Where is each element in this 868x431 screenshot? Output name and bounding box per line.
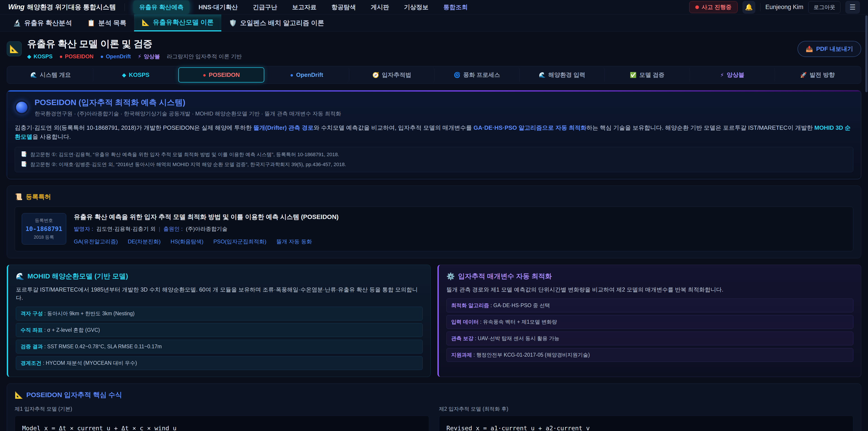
patent-year: 2018 등록 [26, 234, 62, 240]
spec-value: σ + Z-level 혼합 (GVC) [47, 327, 100, 333]
para-text: 김충기·김도연 외(등록특허 10-1868791, 2018)가 개발한 PO… [15, 124, 253, 131]
tag-pso: PSO(입자군집최적화) [213, 238, 267, 245]
tab-ensemble[interactable]: ⚡ 앙상블 [690, 67, 775, 83]
tab-label: 입자추적법 [382, 71, 411, 79]
formula-model1-code: Model_x = Δt × current_u + Δt × c × wind… [15, 415, 429, 431]
spec-value: 행정안전부 KCG-01-2017-05 (해양경비지원기술) [476, 352, 590, 358]
patent-section-header: 📜 등록특허 [15, 192, 853, 201]
spec-row-funding: 지원과제 : 행정안전부 KCG-01-2017-05 (해양경비지원기술) [446, 348, 853, 362]
app-logo[interactable]: Wing 해양환경 위기대응 통합시스템 [8, 3, 116, 12]
spec-sep: : [472, 352, 476, 358]
hamburger-menu-button[interactable]: ☰ [845, 1, 860, 13]
poseidon-subtitle: 한국환경연구원 · (주)아라종합기술 · 한국해양기상기술 공동개발 · MO… [35, 110, 341, 117]
spec-label: 지원과제 [451, 352, 472, 358]
brand-mark: Wing [8, 3, 24, 11]
badge-label: POSEIDON [65, 53, 94, 60]
cyclone-icon: 🌀 [454, 72, 460, 78]
poseidon-description: 김충기·김도연 외(등록특허 10-1868791, 2018)가 개발한 PO… [15, 123, 853, 142]
code-line: Revised_x = a1·current_u + a2·current_v [446, 422, 846, 431]
sub-tab-bar: 🔬 유출유 확산분석 📋 분석 목록 📐 유출유확산모델 이론 🛡️ 오일펜스 … [0, 14, 868, 32]
spec-value: SST RMSE 0.42~0.78°C, SLA RMSE 0.11~0.17… [47, 343, 162, 349]
user-name: Eunjeong Kim [765, 4, 803, 11]
model-cards-row: 🌊 MOHID 해양순환모델 (기반 모델) 포르투갈 IST/MARETEC에… [7, 265, 861, 377]
tab-particle-tracking[interactable]: 🧭 입자추적법 [349, 67, 434, 83]
patent-title: 유출유 확산 예측을 위한 입자 추적 모델 최적화 방법 및 이를 이용한 예… [74, 213, 846, 221]
clipboard-icon: 📋 [87, 19, 95, 27]
spec-value: HYCOM 재분석 (MYOCEAN 대비 우수) [46, 360, 137, 366]
badge-ensemble: ⚡ 앙상블 [138, 53, 160, 60]
nav-item-reports[interactable]: 보고자료 [286, 0, 322, 14]
spec-value: GA·DE·HS·PSO 중 선택 [493, 302, 550, 308]
subtab-spill-analysis[interactable]: 🔬 유출유 확산분석 [5, 14, 80, 31]
para-text: 하는 핵심 기술을 보유합니다. 해양순환 기반 모델은 포르투갈 IST/MA… [586, 124, 814, 131]
subtab-oil-fence-theory[interactable]: 🛡️ 오일펜스 배치 알고리즘 이론 [221, 14, 332, 31]
meta-separator: | [159, 226, 160, 232]
mohid-card-title: MOHID 해양순환모델 (기반 모델) [27, 272, 128, 281]
triangle-ruler-icon: 📐 [15, 391, 23, 399]
spec-label: 격자 구성 [21, 311, 43, 316]
badge-label: KOSPS [33, 53, 53, 60]
mohid-card-header: 🌊 MOHID 해양순환모델 (기반 모델) [16, 272, 423, 281]
patent-card: 등록번호 10-1868791 2018 등록 유출유 확산 예측을 위한 입자… [15, 207, 853, 251]
nav-item-hns-diffusion[interactable]: HNS·대기확산 [193, 0, 244, 14]
nav-item-integrated-search[interactable]: 통합조회 [437, 0, 473, 14]
para-highlight-drifter: 뜰개(Drifter) 관측 경로 [253, 124, 313, 131]
tab-system-overview[interactable]: 🌊 시스템 개요 [8, 67, 93, 83]
tab-label: 시스템 개요 [40, 71, 71, 79]
applicant-label: 출원인 : [163, 225, 183, 233]
badge-label: 앙상블 [144, 53, 160, 60]
patent-number-label: 등록번호 [26, 217, 62, 223]
notification-button[interactable]: 🔔 [743, 1, 755, 13]
tag-de: DE(차분진화) [128, 238, 160, 245]
spec-value: 동아시아 9km + 한반도 3km (Nesting) [47, 311, 135, 316]
spec-sep: : [473, 335, 477, 341]
compass-icon: 🧭 [372, 72, 379, 78]
tab-model-validation[interactable]: ✅ 모델 검증 [604, 67, 690, 83]
tab-future-direction[interactable]: 🚀 발전 방향 [775, 67, 860, 83]
pdf-export-button[interactable]: 📤 PDF 내보내기 [798, 41, 861, 57]
nav-item-board[interactable]: 게시판 [365, 0, 395, 14]
spec-label: 최적화 알고리즘 [451, 302, 489, 308]
poseidon-overview-card: POSEIDON (입자추적 최적화 예측 시스템) 한국환경연구원 · (주)… [7, 90, 861, 179]
nav-item-aerial-search[interactable]: 항공탐색 [326, 0, 362, 14]
nav-item-emergency-rescue[interactable]: 긴급구난 [247, 0, 283, 14]
nav-item-weather-info[interactable]: 기상정보 [398, 0, 434, 14]
spec-label: 관측 보강 [451, 335, 473, 341]
logout-button[interactable]: 로그아웃 [808, 1, 840, 13]
tab-label: 해양환경 입력 [548, 71, 585, 79]
tab-ocean-input[interactable]: 🌊 해양환경 입력 [520, 67, 605, 83]
pdf-export-label: PDF 내보내기 [816, 45, 853, 53]
reference-text: 참고문헌 ②: 이재호·임병준·김도연 외, “2016년 동아시아 해역의 M… [30, 161, 346, 168]
lightning-icon: ⚡ [138, 53, 142, 60]
tab-label: 풍화 프로세스 [463, 71, 500, 79]
applicant-value: (주)아라종합기술 [186, 225, 227, 233]
optimization-card-description: 뜰개 관측 경로와 제1 모델 예측값의 단위시간별 변화량을 비교하여 제2 … [446, 285, 853, 294]
wave-icon: 🌊 [539, 72, 546, 78]
tab-kosps[interactable]: ◆ KOSPS [93, 67, 179, 83]
dot-icon: ● [59, 53, 63, 60]
poseidon-title: POSEIDON (입자추적 최적화 예측 시스템) [35, 97, 341, 108]
patent-section: 📜 등록특허 등록번호 10-1868791 2018 등록 유출유 확산 예측… [7, 186, 861, 258]
subtab-analysis-list[interactable]: 📋 분석 목록 [80, 14, 134, 31]
section-tab-bar: 🌊 시스템 개요 ◆ KOSPS ● POSEIDON ● OpenDrift … [7, 66, 861, 84]
badge-poseidon: ● POSEIDON [59, 53, 94, 60]
tab-poseidon[interactable]: ● POSEIDON [178, 67, 264, 83]
reference-box: 📑 참고문헌 ①: 김도연·김용혁, “유출유 확산 예측을 위한 입자 추적 … [15, 147, 853, 172]
spec-label: 입력 데이터 [451, 319, 478, 325]
spec-sep: : [43, 311, 47, 316]
nav-item-oil-spill-prediction[interactable]: 유출유 확산예측 [133, 0, 190, 14]
badge-note: 라그랑지안 입자추적 이론 기반 [167, 53, 242, 60]
scrollbar-thumb[interactable] [865, 16, 868, 92]
tab-weathering-process[interactable]: 🌀 풍화 프로세스 [434, 67, 520, 83]
tab-opendrift[interactable]: ● OpenDrift [264, 67, 349, 83]
reference-1: 📑 참고문헌 ①: 김도연·김용혁, “유출유 확산 예측을 위한 입자 추적 … [21, 151, 847, 158]
patent-meta: 발명자 : 김도연·김용혁·김충기 외 | 출원인 : (주)아라종합기술 [74, 225, 846, 233]
spec-sep: : [478, 319, 483, 325]
lightning-icon: ⚡ [720, 72, 724, 78]
subtab-label: 유출유 확산분석 [24, 19, 72, 28]
subtab-model-theory[interactable]: 📐 유출유확산모델 이론 [134, 14, 221, 31]
bookmark-icon: 📑 [21, 161, 27, 168]
para-text: 을 사용합니다. [32, 133, 71, 140]
formula-section-header: 📐 POSEIDON 입자추적 핵심 수식 [15, 390, 853, 400]
page-scrollbar[interactable] [865, 16, 868, 431]
